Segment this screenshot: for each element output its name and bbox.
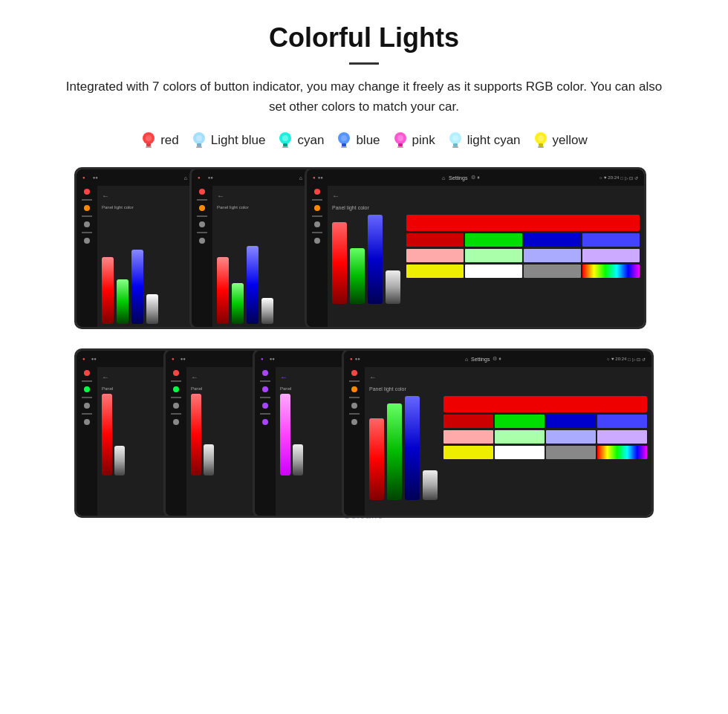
bottom-screens-section: ● ●● ⌂ Settings ⚙ [45,348,683,527]
color-item-lightblue: Light blue [191,130,266,151]
svg-point-11 [282,135,288,141]
color-label-red: red [160,133,179,148]
svg-rect-17 [398,143,403,146]
svg-point-7 [196,135,202,141]
blue-bulb-icon [336,130,352,151]
lightcyan-bulb-icon [447,130,464,151]
color-indicators-row: red Light blue cyan [140,130,588,151]
color-item-lightcyan: light cyan [447,130,521,151]
sidebar-1 [77,186,97,327]
bot-sidebar-1 [77,367,97,516]
bot-sidebar-3 [255,367,276,516]
svg-point-19 [397,135,403,141]
color-item-red: red [140,130,179,151]
bot-topbar-4: ● ●● ⌂ Settings ⚙ ♦ ☼ ♥ 20:24 □ ▷ ⊡ ↺ [344,351,651,367]
color-label-pink: pink [412,133,435,148]
red-bulb-icon [140,130,157,151]
lightblue-bulb-icon [191,130,207,151]
color-item-cyan: cyan [277,130,324,151]
color-item-blue: blue [336,130,380,151]
bot-main-4: ← Panel light color [365,367,651,516]
panel-label-b4: Panel light color [369,386,647,392]
svg-point-15 [341,135,347,141]
svg-rect-21 [453,143,458,146]
top-screens-section: ● ●● ⌂ Settings ⚙ [45,167,683,338]
svg-point-3 [146,135,152,141]
bot-sidebar-4 [344,367,365,516]
bot-sidebar-2 [166,367,186,516]
cyan-bulb-icon [277,130,293,151]
bot-device-4: ● ●● ⌂ Settings ⚙ ♦ ☼ ♥ 20:24 □ ▷ ⊡ ↺ [342,348,654,518]
sidebar-2 [192,186,212,327]
page-title: Colorful Lights [269,22,459,53]
svg-rect-13 [342,143,346,146]
color-label-lightblue: Light blue [211,133,266,148]
panel-label-3: Panel light color [332,205,640,210]
svg-rect-2 [146,146,152,148]
yellow-bulb-icon [533,130,549,151]
svg-rect-22 [452,146,458,148]
title-divider [349,62,379,65]
svg-rect-6 [196,146,202,148]
svg-rect-1 [146,143,151,146]
main-3: ← Panel light color [328,186,644,327]
color-item-yellow: yellow [533,130,588,151]
description-text: Integrated with 7 colors of button indic… [59,77,669,117]
color-label-lightcyan: light cyan [467,133,521,148]
top-device-3: ● ●● ⌂ Settings ⚙ ♦ ☼ ♥ 20:24 □ ▷ ⊡ ↺ [305,167,646,329]
topbar-3: ● ●● ⌂ Settings ⚙ ♦ ☼ ♥ 20:24 □ ▷ ⊡ ↺ [307,169,644,186]
sidebar-3 [307,186,328,327]
color-label-yellow: yellow [553,133,588,148]
svg-point-23 [452,135,458,141]
bottom-screen-group: ● ●● ⌂ Settings ⚙ [74,348,654,527]
pink-bulb-icon [392,130,409,151]
top-screen-group: ● ●● ⌂ Settings ⚙ [74,167,654,338]
settings-label-3: Settings [449,175,467,181]
svg-rect-9 [283,143,287,146]
svg-rect-25 [539,143,543,146]
settings-label-b4: Settings [471,357,490,362]
svg-rect-10 [282,146,288,148]
svg-rect-26 [538,146,544,148]
color-item-pink: pink [392,130,435,151]
color-label-cyan: cyan [297,133,324,148]
svg-rect-18 [397,146,403,148]
svg-point-27 [538,135,544,141]
color-label-blue: blue [356,133,380,148]
page-container: Colorful Lights Integrated with 7 colors… [0,0,728,714]
svg-rect-14 [341,146,347,148]
svg-rect-5 [197,143,201,146]
